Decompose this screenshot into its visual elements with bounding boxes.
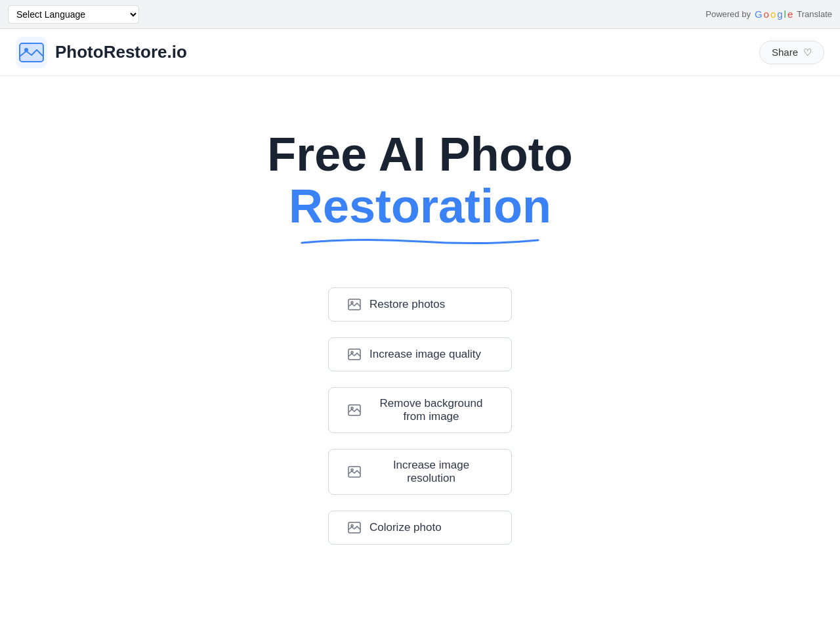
image-icon-2	[347, 347, 362, 362]
restore-photos-label: Restore photos	[369, 298, 445, 311]
site-header: PhotoRestore.io Share ♡	[0, 29, 840, 76]
colorize-photo-label: Colorize photo	[369, 521, 442, 534]
language-select[interactable]: Select Language	[8, 5, 139, 24]
hero-underline	[295, 235, 545, 248]
hero-line2: Restoration	[267, 180, 572, 232]
image-icon-4	[347, 465, 362, 479]
action-buttons: Restore photos Increase image quality Re…	[256, 287, 584, 545]
increase-quality-label: Increase image quality	[369, 348, 481, 361]
image-icon-5	[347, 520, 362, 535]
increase-resolution-label: Increase image resolution	[369, 459, 493, 485]
svg-point-5	[351, 302, 353, 304]
google-logo: Google	[755, 9, 793, 20]
share-label: Share	[772, 47, 798, 58]
share-button[interactable]: Share ♡	[759, 41, 824, 64]
image-icon-3	[347, 403, 362, 417]
main-content: Free AI Photo Restoration Restore photos…	[0, 76, 840, 584]
increase-resolution-button[interactable]: Increase image resolution	[328, 449, 512, 495]
heart-icon: ♡	[803, 47, 812, 58]
remove-bg-button[interactable]: Remove background from image	[328, 387, 512, 433]
logo-area: PhotoRestore.io	[16, 37, 187, 68]
hero-line1: Free AI Photo	[267, 129, 572, 180]
translate-label: Translate	[797, 9, 832, 19]
image-icon-1	[347, 297, 362, 312]
svg-point-7	[351, 352, 353, 354]
translate-bar: Select Language Powered by Google Transl…	[0, 0, 840, 29]
powered-by-text: Powered by	[705, 9, 751, 19]
remove-bg-label: Remove background from image	[369, 397, 493, 423]
restore-photos-button[interactable]: Restore photos	[328, 287, 512, 322]
svg-point-9	[351, 408, 353, 410]
colorize-photo-button[interactable]: Colorize photo	[328, 511, 512, 545]
site-logo-icon	[16, 37, 47, 68]
svg-point-13	[351, 525, 353, 527]
site-title: PhotoRestore.io	[55, 42, 187, 62]
hero-title: Free AI Photo Restoration	[267, 129, 572, 248]
increase-quality-button[interactable]: Increase image quality	[328, 337, 512, 371]
svg-point-11	[351, 469, 353, 471]
